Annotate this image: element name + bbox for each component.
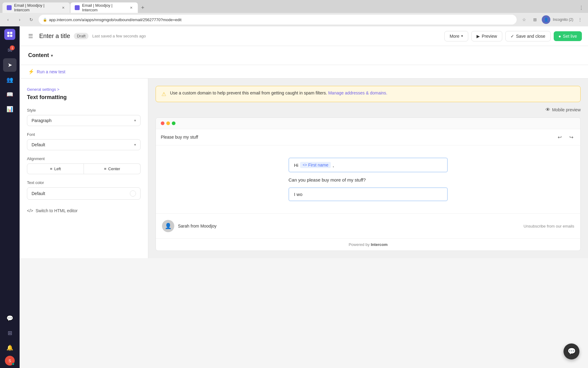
tab-bar: Email | Moodjoy | Intercom ✕ Email | Moo… [0, 0, 588, 13]
page-title[interactable]: Enter a title [39, 33, 70, 40]
ab-test-icon: ⚡ [28, 69, 34, 75]
sidebar-item-apps[interactable]: ⊞ [3, 326, 17, 340]
checkmark-icon: ✓ [511, 34, 514, 39]
run-new-test-button[interactable]: ⚡ Run a new test [28, 69, 579, 75]
avatar-initial: S [9, 358, 11, 363]
sidebar-item-outbound[interactable]: ➤ [3, 58, 17, 72]
dot-green [172, 121, 175, 125]
sidebar-item-inbox[interactable]: ✉ 1 [3, 44, 17, 57]
main-content: ☰ Enter a title Draft Last saved a few s… [20, 26, 588, 368]
tab-1[interactable]: Email | Moodjoy | Intercom ✕ [2, 2, 70, 13]
sidebar: ✉ 1 ➤ 👥 📖 📊 💬 ⊞ 🔔 S [0, 26, 20, 368]
section-caret-icon[interactable]: ▾ [51, 53, 53, 58]
font-select[interactable]: Default ▾ [27, 139, 141, 150]
spam-warning-content: Use a custom domain to help prevent this… [170, 90, 327, 95]
powered-by-prefix: Powered by [349, 242, 371, 247]
apps-icon: ⊞ [8, 330, 12, 336]
hamburger-button[interactable]: ☰ [26, 31, 36, 41]
manage-domains-link[interactable]: Manage addresses & domains. [328, 90, 387, 95]
sender-avatar: 👤 [162, 220, 174, 232]
sidebar-item-reports[interactable]: 📊 [3, 102, 17, 116]
preview-label: Preview [482, 34, 497, 39]
menu-button[interactable]: ⋮ [576, 15, 584, 24]
content-section-title[interactable]: Content [28, 52, 49, 59]
tab-2-close[interactable]: ✕ [129, 5, 134, 10]
profile-button[interactable]: 👤 [542, 15, 550, 24]
tab-more-button[interactable]: ⋮ [577, 3, 586, 12]
svg-rect-0 [7, 32, 9, 34]
window-dots [156, 118, 580, 129]
sender-info: 👤 Sarah from Moodjoy [162, 220, 217, 232]
section-header: Content ▾ [20, 46, 588, 65]
redo-button[interactable]: ↪ [567, 133, 575, 141]
panel-section-title: Text formatting [27, 94, 141, 101]
extension-icon[interactable]: ⊞ [531, 15, 539, 24]
align-left-label: Left [54, 167, 61, 171]
html-editor-icon: </> [27, 208, 33, 213]
svg-rect-2 [7, 35, 9, 37]
book-icon: 📖 [6, 91, 13, 98]
preview-button[interactable]: ▶ Preview [471, 31, 502, 41]
style-select[interactable]: Paragraph ▾ [27, 115, 141, 126]
powered-by: Powered by Intercom [156, 238, 580, 251]
first-name-icon: <> [303, 163, 307, 167]
bookmark-icon[interactable]: ☆ [520, 15, 528, 24]
new-test-label: Run a new test [37, 69, 65, 74]
sidebar-item-knowledge[interactable]: 📖 [3, 88, 17, 101]
eye-icon: 👁 [545, 107, 550, 113]
first-name-tag[interactable]: <> First name [300, 162, 331, 168]
align-center-button[interactable]: ≡ Center [84, 163, 141, 174]
editor-area: General settings > Text formatting Style… [20, 79, 588, 258]
online-indicator [12, 363, 14, 365]
save-close-button[interactable]: ✓ Save and close [505, 31, 551, 41]
tab-2-label: Email | Moodjoy | Intercom [82, 3, 125, 12]
new-tab-button[interactable]: + [138, 3, 147, 12]
tab-1-favicon [7, 5, 12, 10]
sidebar-item-bell[interactable]: 🔔 [3, 341, 17, 355]
email-subject: Please buy my stuff [161, 135, 198, 140]
align-left-icon: ≡ [50, 167, 52, 171]
html-editor-button[interactable]: </> Switch to HTML editor [27, 206, 141, 216]
tab-1-close[interactable]: ✕ [61, 5, 66, 10]
tab-1-label: Email | Moodjoy | Intercom [14, 3, 57, 12]
chat-bubble-icon: 💬 [567, 347, 576, 355]
user-avatar[interactable]: S [5, 356, 15, 366]
general-settings-link[interactable]: General settings > [27, 87, 141, 92]
sidebar-item-contacts[interactable]: 👥 [3, 73, 17, 86]
back-button[interactable]: ‹ [4, 15, 12, 24]
color-select[interactable]: Default [27, 187, 141, 200]
dot-yellow [166, 121, 170, 125]
email-greeting-field[interactable]: Hi <> First name , [288, 158, 448, 172]
incognito-label: 👤 [544, 17, 548, 22]
url-bar[interactable]: 🔒 app.intercom.com/a/apps/nnsgmgob/outbo… [39, 15, 517, 25]
reload-button[interactable]: ↻ [27, 15, 36, 24]
saved-status: Last saved a few seconds ago [92, 34, 441, 38]
style-value: Paragraph [32, 118, 51, 123]
svg-rect-1 [10, 32, 12, 34]
setlive-label: Set live [563, 34, 577, 39]
chat-bubble-button[interactable]: 💬 [564, 343, 579, 359]
set-live-button[interactable]: ● Set live [554, 31, 582, 41]
more-button[interactable]: More ▾ [444, 31, 468, 41]
new-test-bar: ⚡ Run a new test [20, 65, 588, 79]
unsubscribe-link[interactable]: Unsubscribe from our emails [524, 224, 574, 228]
more-label: More [450, 34, 459, 39]
email-input-field[interactable]: I wo [288, 187, 448, 201]
spam-warning: ⚠ Use a custom domain to help prevent th… [156, 86, 581, 102]
sender-name: Sarah from Moodjoy [178, 224, 217, 228]
right-panel: ⚠ Use a custom domain to help prevent th… [148, 79, 588, 258]
top-actions: More ▾ ▶ Preview ✓ Save and close ● Set … [444, 31, 582, 41]
tab-2[interactable]: Email | Moodjoy | Intercom ✕ [70, 2, 138, 13]
align-left-button[interactable]: ≡ Left [27, 163, 84, 174]
users-icon: 👥 [6, 76, 13, 83]
forward-button[interactable]: › [15, 15, 24, 24]
logo-button[interactable] [4, 29, 15, 40]
address-bar: ‹ › ↻ 🔒 app.intercom.com/a/apps/nnsgmgob… [0, 13, 588, 26]
align-center-label: Center [108, 167, 120, 171]
sidebar-item-chat[interactable]: 💬 [3, 312, 17, 325]
font-value: Default [32, 142, 45, 147]
warning-icon: ⚠ [161, 91, 166, 98]
undo-button[interactable]: ↩ [555, 133, 564, 141]
mobile-preview-label[interactable]: Mobile preview [552, 107, 581, 112]
browser-chrome: Email | Moodjoy | Intercom ✕ Email | Moo… [0, 0, 588, 26]
